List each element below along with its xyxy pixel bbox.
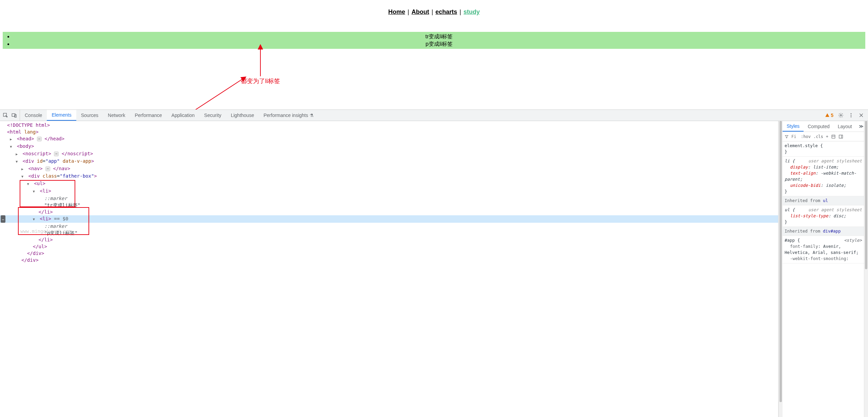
- nav-sep: |: [458, 8, 463, 15]
- list-item: tr变成li标签: [13, 33, 865, 40]
- nav-sep: |: [430, 8, 435, 15]
- nav-bar: Home | About | echarts | study: [0, 8, 868, 16]
- nav-link-echarts[interactable]: echarts: [435, 8, 457, 15]
- list: tr变成li标签 p变成li标签: [3, 32, 865, 49]
- nav-link-about[interactable]: About: [412, 8, 429, 15]
- nav-link-study[interactable]: study: [463, 8, 480, 15]
- nav-sep: |: [406, 8, 411, 15]
- page-content: Home | About | echarts | study tr变成li标签 …: [0, 0, 868, 49]
- list-box: tr变成li标签 p变成li标签: [3, 32, 865, 49]
- nav-link-home[interactable]: Home: [388, 8, 405, 15]
- list-item: p变成li标签: [13, 40, 865, 48]
